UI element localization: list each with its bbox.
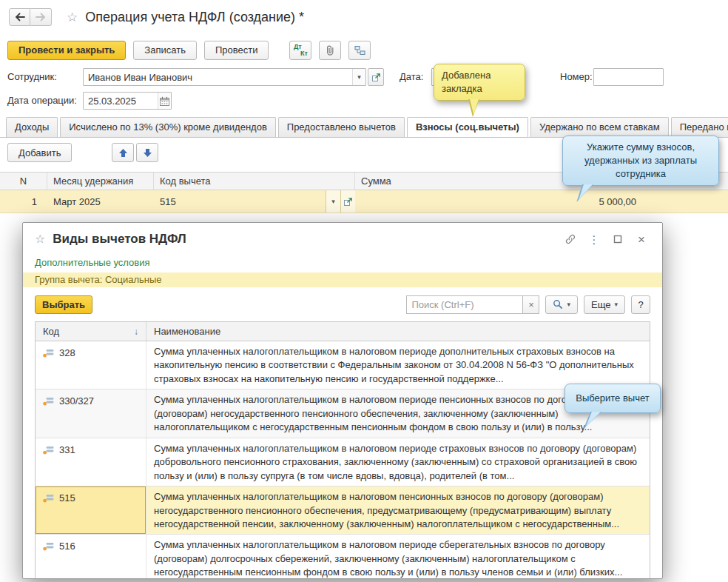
chevron-down-icon: ▾ bbox=[357, 74, 361, 81]
more-button[interactable]: Еще ▾ bbox=[584, 295, 625, 314]
favorite-star-icon[interactable]: ☆ bbox=[35, 233, 45, 245]
arrow-down-icon bbox=[143, 148, 152, 158]
additional-conditions-link[interactable]: Дополнительные условия bbox=[35, 257, 150, 268]
maximize-button[interactable] bbox=[609, 230, 627, 248]
attachments-button[interactable] bbox=[319, 41, 341, 60]
deduction-row-328[interactable]: 328 Сумма уплаченных налогоплательщиком … bbox=[36, 341, 650, 389]
deduction-code-value: 515 bbox=[154, 196, 326, 207]
select-hint-text: Выберите вычет bbox=[576, 392, 649, 404]
dialog-window-controls: ⋮ × bbox=[562, 230, 650, 248]
get-link-button[interactable] bbox=[562, 230, 579, 248]
employee-open-button[interactable] bbox=[368, 68, 384, 86]
date-label: Дата: bbox=[400, 71, 423, 82]
code-header-label: Код bbox=[43, 326, 59, 337]
favorite-star-icon[interactable]: ☆ bbox=[67, 11, 78, 24]
tab-predostavleno[interactable]: Предоставлено вычетов bbox=[278, 117, 405, 138]
row-number-cell: 1 bbox=[0, 190, 47, 213]
search-button[interactable]: ▾ bbox=[545, 295, 578, 314]
dtkt-postings-button[interactable]: ДтКт bbox=[289, 41, 311, 60]
tab-uderzhano[interactable]: Удержано по всем ставкам bbox=[530, 117, 669, 138]
select-hint-callout: Выберите вычет bbox=[564, 384, 661, 413]
paperclip-icon bbox=[325, 44, 335, 56]
deduction-code-cell: 328 bbox=[36, 341, 146, 389]
move-up-button[interactable] bbox=[112, 143, 134, 162]
operation-date-label: Дата операции: bbox=[7, 95, 77, 106]
window-titlebar: ☆ Операция учета НДФЛ (создание) * bbox=[0, 0, 728, 34]
select-button[interactable]: Выбрать bbox=[35, 295, 92, 314]
deduction-types-table: Код ↓ Наименование 328 Сумма уплаченных … bbox=[35, 321, 650, 579]
post-and-close-button[interactable]: Провести и закрыть bbox=[7, 41, 126, 60]
deduction-name-cell: Сумма уплаченных налогоплательщиком в на… bbox=[146, 438, 650, 486]
group-filter-bar: Группа вычета: Социальные bbox=[23, 272, 662, 287]
operation-date-field bbox=[83, 92, 172, 110]
post-button[interactable]: Провести bbox=[204, 41, 269, 60]
operation-date-input[interactable] bbox=[84, 93, 158, 109]
search-box: × bbox=[406, 295, 539, 314]
code-dropdown-button[interactable]: ▾ bbox=[326, 190, 340, 213]
tab-dohody[interactable]: Доходы bbox=[6, 117, 58, 138]
number-input[interactable] bbox=[594, 69, 663, 85]
kebab-menu-icon: ⋮ bbox=[589, 234, 600, 245]
catalog-item-icon bbox=[43, 494, 54, 503]
code-open-button[interactable] bbox=[340, 190, 355, 213]
tab-vznosy[interactable]: Взносы (соц.вычеты) bbox=[407, 117, 528, 138]
tab-bar: Доходы Исчислено по 13% (30%) кроме диви… bbox=[0, 117, 728, 138]
employee-input[interactable] bbox=[84, 69, 352, 85]
column-header-code[interactable]: Код вычета bbox=[154, 173, 355, 190]
column-header-code[interactable]: Код ↓ bbox=[36, 322, 146, 341]
calendar-button[interactable] bbox=[158, 93, 171, 109]
link-icon bbox=[564, 233, 576, 245]
deduction-code: 516 bbox=[59, 541, 75, 552]
deduction-row-516[interactable]: 516 Сумма уплаченных налогоплательщиком … bbox=[36, 535, 650, 579]
move-down-button[interactable] bbox=[136, 143, 158, 162]
close-button[interactable]: × bbox=[633, 230, 650, 248]
search-input[interactable] bbox=[406, 295, 523, 314]
number-field bbox=[593, 68, 664, 86]
menu-button[interactable]: ⋮ bbox=[585, 230, 603, 248]
deduction-code-cell: 516 bbox=[36, 535, 146, 579]
chevron-down-icon: ▾ bbox=[331, 198, 335, 205]
deduction-code: 328 bbox=[59, 347, 75, 358]
command-bar: Провести и закрыть Записать Провести ДтК… bbox=[7, 40, 371, 60]
clear-icon: × bbox=[528, 299, 534, 310]
deduction-name-cell: Сумма уплаченных налогоплательщиком в на… bbox=[146, 535, 650, 579]
deduction-code-cell: 330/327 bbox=[36, 389, 146, 437]
column-header-n[interactable]: N bbox=[0, 173, 47, 190]
bookmark-callout: Добавлена закладка bbox=[434, 64, 525, 101]
back-button[interactable] bbox=[9, 8, 30, 26]
nav-group bbox=[9, 8, 52, 26]
arrow-right-icon bbox=[35, 12, 47, 22]
arrow-left-icon bbox=[14, 12, 26, 22]
tab-peredano[interactable]: Передано в н bbox=[671, 117, 728, 138]
arrow-up-icon bbox=[118, 148, 128, 158]
employee-label: Сотрудник: bbox=[7, 71, 57, 82]
column-header-name[interactable]: Наименование bbox=[146, 322, 650, 341]
column-header-month[interactable]: Месяц удержания bbox=[47, 173, 154, 190]
deduction-row-515-selected[interactable]: 515 Сумма уплаченных налогоплательщиком … bbox=[36, 486, 650, 535]
clear-search-button[interactable]: × bbox=[523, 295, 539, 314]
sum-hint-callout: Укажите сумму взносов, удержанных из зар… bbox=[562, 136, 719, 186]
page-title: Операция учета НДФЛ (создание) * bbox=[85, 10, 304, 25]
close-icon: × bbox=[638, 233, 645, 246]
tab-ischisleno[interactable]: Исчислено по 13% (30%) кроме дивидендов bbox=[60, 117, 276, 138]
deduction-code-cell[interactable]: 515 ▾ bbox=[154, 190, 355, 213]
help-button[interactable]: ? bbox=[631, 295, 650, 314]
forward-button[interactable] bbox=[30, 8, 52, 26]
employee-dropdown-button[interactable]: ▾ bbox=[352, 69, 365, 85]
deduction-row-331[interactable]: 331 Сумма уплаченных налогоплательщиком … bbox=[36, 438, 650, 486]
dialog-command-bar: Выбрать × ▾ Еще ▾ ? bbox=[23, 287, 662, 321]
structure-button[interactable] bbox=[348, 41, 371, 60]
deduction-code: 515 bbox=[59, 492, 75, 504]
deduction-row-330-327[interactable]: 330/327 Сумма уплаченных налогоплательщи… bbox=[36, 389, 650, 438]
number-label: Номер: bbox=[560, 71, 593, 82]
table-row[interactable]: 1 Март 2025 515 ▾ 5 000,00 bbox=[0, 190, 728, 213]
sum-cell[interactable]: 5 000,00 bbox=[355, 190, 728, 213]
dtkt-icon: ДтКт bbox=[293, 43, 309, 58]
month-cell[interactable]: Март 2025 bbox=[47, 190, 154, 213]
add-row-button[interactable]: Добавить bbox=[7, 143, 72, 162]
save-button[interactable]: Записать bbox=[133, 41, 197, 60]
hierarchy-icon bbox=[354, 45, 365, 56]
sort-descending-icon: ↓ bbox=[134, 327, 138, 337]
catalog-item-icon bbox=[43, 349, 54, 358]
calendar-icon bbox=[160, 96, 169, 106]
